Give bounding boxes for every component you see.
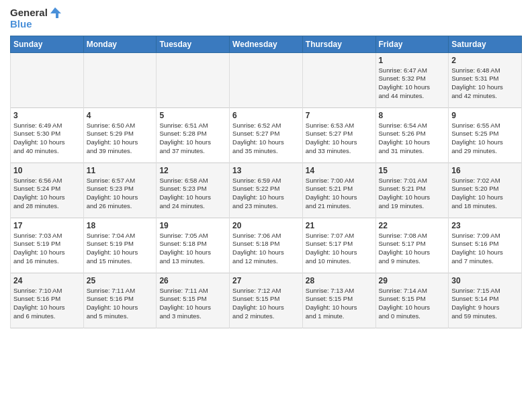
calendar-cell: 25Sunrise: 7:11 AM Sunset: 5:16 PM Dayli…	[83, 273, 157, 328]
calendar-cell: 6Sunrise: 6:52 AM Sunset: 5:27 PM Daylig…	[230, 107, 303, 163]
day-number: 9	[451, 111, 519, 120]
day-info: Sunrise: 7:08 AM Sunset: 5:17 PM Dayligh…	[379, 232, 446, 266]
day-number: 5	[159, 111, 226, 120]
day-number: 13	[232, 166, 300, 175]
day-number: 24	[13, 276, 81, 285]
day-info: Sunrise: 6:54 AM Sunset: 5:26 PM Dayligh…	[379, 122, 446, 156]
calendar-cell: 11Sunrise: 6:57 AM Sunset: 5:23 PM Dayli…	[83, 163, 157, 218]
day-number: 23	[451, 221, 519, 230]
day-number: 29	[379, 276, 446, 285]
calendar-cell: 18Sunrise: 7:04 AM Sunset: 5:19 PM Dayli…	[83, 218, 157, 273]
day-number: 28	[306, 276, 373, 285]
day-number: 14	[306, 166, 373, 175]
day-info: Sunrise: 7:00 AM Sunset: 5:21 PM Dayligh…	[306, 177, 373, 211]
day-number: 12	[159, 166, 226, 175]
calendar-cell: 22Sunrise: 7:08 AM Sunset: 5:17 PM Dayli…	[375, 218, 449, 273]
day-number: 1	[379, 56, 446, 65]
day-number: 4	[87, 111, 154, 120]
day-info: Sunrise: 7:13 AM Sunset: 5:15 PM Dayligh…	[306, 287, 373, 321]
day-info: Sunrise: 7:05 AM Sunset: 5:18 PM Dayligh…	[159, 232, 226, 266]
calendar-cell: 8Sunrise: 6:54 AM Sunset: 5:26 PM Daylig…	[375, 107, 449, 163]
day-number: 30	[451, 276, 519, 285]
day-info: Sunrise: 6:59 AM Sunset: 5:22 PM Dayligh…	[232, 177, 300, 211]
day-number: 27	[232, 276, 300, 285]
day-info: Sunrise: 7:11 AM Sunset: 5:16 PM Dayligh…	[87, 287, 154, 321]
day-info: Sunrise: 6:57 AM Sunset: 5:23 PM Dayligh…	[87, 177, 154, 211]
day-info: Sunrise: 7:06 AM Sunset: 5:18 PM Dayligh…	[232, 232, 300, 266]
logo-general: General	[10, 7, 48, 19]
calendar-cell: 14Sunrise: 7:00 AM Sunset: 5:21 PM Dayli…	[302, 163, 375, 218]
day-info: Sunrise: 7:10 AM Sunset: 5:16 PM Dayligh…	[13, 287, 81, 321]
day-info: Sunrise: 7:02 AM Sunset: 5:20 PM Dayligh…	[451, 177, 519, 211]
day-number: 6	[232, 111, 300, 120]
day-info: Sunrise: 7:15 AM Sunset: 5:14 PM Dayligh…	[451, 287, 519, 321]
calendar-cell: 7Sunrise: 6:53 AM Sunset: 5:27 PM Daylig…	[302, 107, 375, 163]
day-info: Sunrise: 6:52 AM Sunset: 5:27 PM Dayligh…	[232, 122, 300, 156]
calendar-cell	[83, 52, 157, 107]
logo-blue: Blue	[10, 19, 61, 30]
day-info: Sunrise: 6:55 AM Sunset: 5:25 PM Dayligh…	[451, 122, 519, 156]
day-info: Sunrise: 7:07 AM Sunset: 5:17 PM Dayligh…	[306, 232, 373, 266]
calendar-cell	[157, 52, 230, 107]
calendar-cell: 28Sunrise: 7:13 AM Sunset: 5:15 PM Dayli…	[302, 273, 375, 328]
calendar-cell: 3Sunrise: 6:49 AM Sunset: 5:30 PM Daylig…	[11, 107, 84, 163]
calendar-cell: 1Sunrise: 6:47 AM Sunset: 5:32 PM Daylig…	[375, 52, 449, 107]
day-number: 21	[306, 221, 373, 230]
day-info: Sunrise: 6:47 AM Sunset: 5:32 PM Dayligh…	[379, 66, 446, 101]
day-number: 11	[87, 166, 154, 175]
calendar-cell: 19Sunrise: 7:05 AM Sunset: 5:18 PM Dayli…	[157, 218, 230, 273]
calendar-cell: 26Sunrise: 7:11 AM Sunset: 5:15 PM Dayli…	[157, 273, 230, 328]
calendar-cell: 30Sunrise: 7:15 AM Sunset: 5:14 PM Dayli…	[449, 273, 522, 328]
calendar-cell: 5Sunrise: 6:51 AM Sunset: 5:28 PM Daylig…	[157, 107, 230, 163]
day-of-week-header: Thursday	[302, 36, 375, 52]
calendar-cell: 20Sunrise: 7:06 AM Sunset: 5:18 PM Dayli…	[230, 218, 303, 273]
day-number: 3	[13, 111, 81, 120]
calendar-cell	[230, 52, 303, 107]
day-info: Sunrise: 7:11 AM Sunset: 5:15 PM Dayligh…	[159, 287, 226, 321]
day-number: 26	[159, 276, 226, 285]
day-info: Sunrise: 7:12 AM Sunset: 5:15 PM Dayligh…	[232, 287, 300, 321]
calendar-cell: 24Sunrise: 7:10 AM Sunset: 5:16 PM Dayli…	[11, 273, 84, 328]
day-info: Sunrise: 7:09 AM Sunset: 5:16 PM Dayligh…	[451, 232, 519, 266]
calendar: SundayMondayTuesdayWednesdayThursdayFrid…	[10, 36, 522, 328]
day-number: 10	[13, 166, 81, 175]
day-info: Sunrise: 7:01 AM Sunset: 5:21 PM Dayligh…	[379, 177, 446, 211]
calendar-cell: 27Sunrise: 7:12 AM Sunset: 5:15 PM Dayli…	[230, 273, 303, 328]
day-number: 25	[87, 276, 154, 285]
calendar-cell: 29Sunrise: 7:14 AM Sunset: 5:15 PM Dayli…	[375, 273, 449, 328]
svg-marker-0	[50, 7, 61, 18]
calendar-cell	[302, 52, 375, 107]
calendar-cell	[11, 52, 84, 107]
day-number: 20	[232, 221, 300, 230]
day-number: 7	[306, 111, 373, 120]
calendar-cell: 12Sunrise: 6:58 AM Sunset: 5:23 PM Dayli…	[157, 163, 230, 218]
day-info: Sunrise: 6:51 AM Sunset: 5:28 PM Dayligh…	[159, 122, 226, 156]
calendar-cell: 13Sunrise: 6:59 AM Sunset: 5:22 PM Dayli…	[230, 163, 303, 218]
day-number: 15	[379, 166, 446, 175]
day-of-week-header: Saturday	[449, 36, 522, 52]
day-info: Sunrise: 7:03 AM Sunset: 5:19 PM Dayligh…	[13, 232, 81, 266]
day-of-week-header: Friday	[375, 36, 449, 52]
day-info: Sunrise: 6:53 AM Sunset: 5:27 PM Dayligh…	[306, 122, 373, 156]
day-info: Sunrise: 6:58 AM Sunset: 5:23 PM Dayligh…	[159, 177, 226, 211]
day-info: Sunrise: 6:48 AM Sunset: 5:31 PM Dayligh…	[451, 66, 519, 101]
day-of-week-header: Monday	[83, 36, 157, 52]
logo: General Blue	[10, 7, 61, 30]
calendar-cell: 15Sunrise: 7:01 AM Sunset: 5:21 PM Dayli…	[375, 163, 449, 218]
day-number: 22	[379, 221, 446, 230]
day-of-week-header: Sunday	[11, 36, 84, 52]
day-of-week-header: Tuesday	[157, 36, 230, 52]
day-number: 19	[159, 221, 226, 230]
day-number: 17	[13, 221, 81, 230]
calendar-cell: 4Sunrise: 6:50 AM Sunset: 5:29 PM Daylig…	[83, 107, 157, 163]
calendar-cell: 23Sunrise: 7:09 AM Sunset: 5:16 PM Dayli…	[449, 218, 522, 273]
day-number: 2	[451, 56, 519, 65]
day-number: 16	[451, 166, 519, 175]
day-of-week-header: Wednesday	[230, 36, 303, 52]
day-number: 18	[87, 221, 154, 230]
calendar-cell: 16Sunrise: 7:02 AM Sunset: 5:20 PM Dayli…	[449, 163, 522, 218]
day-info: Sunrise: 7:04 AM Sunset: 5:19 PM Dayligh…	[87, 232, 154, 266]
day-info: Sunrise: 6:50 AM Sunset: 5:29 PM Dayligh…	[87, 122, 154, 156]
calendar-cell: 9Sunrise: 6:55 AM Sunset: 5:25 PM Daylig…	[449, 107, 522, 163]
day-info: Sunrise: 6:49 AM Sunset: 5:30 PM Dayligh…	[13, 122, 81, 156]
